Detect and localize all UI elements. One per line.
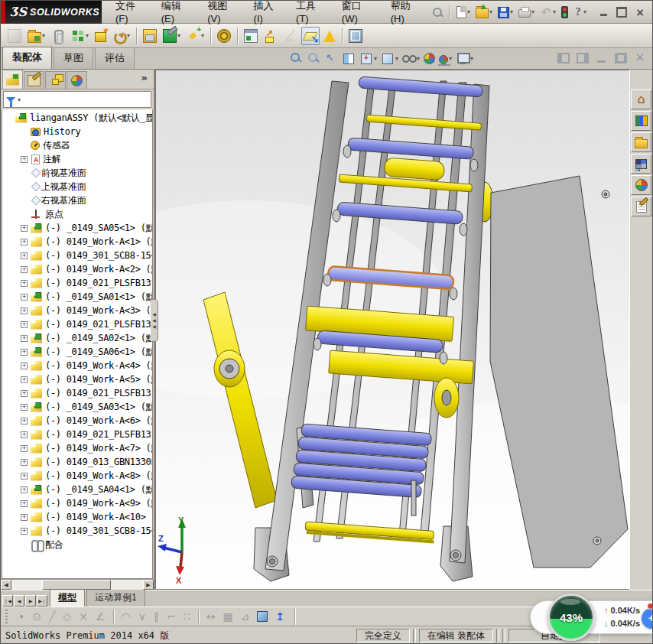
toolbar-grip[interactable] [5, 610, 8, 623]
print-button[interactable]: ▾ [517, 5, 536, 18]
view-settings-button[interactable]: ▾ [455, 50, 474, 66]
tree-item[interactable]: (-) 0149_Work-A<9> (默认< [2, 496, 152, 510]
last-tab-button[interactable]: ▶❘ [37, 595, 47, 607]
tree-item[interactable]: (-) 0149_301_SCB8-15<2> ( [2, 524, 152, 538]
design-library-button[interactable] [631, 111, 651, 131]
exploded-view-button[interactable] [262, 27, 280, 45]
tab-sketch[interactable]: 草图 [54, 47, 93, 69]
expand-plus-icon[interactable] [21, 459, 28, 466]
help-button[interactable]: ?▾ [572, 5, 588, 20]
yellow-roller[interactable] [384, 158, 445, 181]
snap-tool-icon[interactable]: ⊙ [32, 610, 41, 623]
pane-left-icon[interactable] [557, 53, 570, 63]
solidworks-resources-button[interactable]: ⌂ [631, 89, 651, 109]
snap-tool-icon[interactable]: × [79, 610, 88, 623]
snap-tool-icon[interactable]: ∷ [184, 610, 190, 623]
menu-item[interactable]: 编辑(E) [155, 0, 200, 26]
minimize-button[interactable] [596, 5, 611, 18]
tree-item[interactable]: (-) 0149_021_PLSFB13-206< [2, 317, 152, 331]
snap-tool-icon[interactable] [113, 610, 114, 623]
expand-plus-icon[interactable] [21, 514, 28, 521]
tree-item[interactable]: (-) 0149_021_PLSFB13-206< [2, 386, 152, 400]
expand-plus-icon[interactable] [21, 239, 28, 246]
menu-item[interactable]: 窗口(W) [336, 0, 383, 26]
expand-plus-icon[interactable] [21, 307, 28, 314]
first-tab-button[interactable]: ❘◀ [2, 595, 13, 607]
menu-item[interactable]: 插入(I) [248, 0, 288, 26]
show-hidden-components-button[interactable] [141, 27, 159, 45]
custom-properties-button[interactable] [631, 197, 651, 216]
tree-item[interactable]: (-) 0149_Work-A<2> (默认< [2, 262, 152, 276]
mate-button[interactable] [49, 27, 67, 45]
menu-item[interactable]: 视图(V) [201, 0, 245, 26]
expand-plus-icon[interactable] [21, 528, 28, 535]
open-button[interactable]: ▾ [474, 5, 494, 19]
sketch-arrow-icon[interactable]: ↥ [275, 610, 284, 623]
maximize-button[interactable] [614, 5, 629, 18]
tree-item[interactable]: (-) 0149_Work-A<6> (默认< [2, 414, 152, 428]
expand-plus-icon[interactable] [21, 473, 28, 480]
speed-monitor-overlay[interactable]: 43% ↑0.04K/s ↓0.04K/s + [530, 600, 652, 634]
tree-item[interactable]: (-) _0149_SA02<1> (默认<默 [2, 331, 152, 345]
scroll-left-arrow[interactable]: ◀ [1, 580, 11, 590]
menu-item[interactable]: 工具(T) [290, 0, 334, 26]
tree-item[interactable]: lianganASSY (默认<默认_显示状 [2, 111, 152, 125]
expand-plus-icon[interactable] [21, 225, 28, 232]
filter-input[interactable] [22, 93, 151, 106]
options-button[interactable] [560, 5, 570, 19]
tree-item[interactable]: (-) 0149_Work-A<8> (默认< [2, 469, 152, 483]
tree-item[interactable]: (-) _0149_SA03<1> (默认<默 [2, 400, 152, 414]
large-assembly-mode-button[interactable] [321, 27, 338, 44]
tree-item[interactable]: (-) _0149_SA04<1> (默认<默 [2, 483, 152, 496]
pane-right-icon[interactable] [577, 53, 589, 63]
panel-chevron[interactable]: » [141, 72, 148, 83]
snap-tool-icon[interactable]: ⌐ [167, 610, 176, 623]
expand-plus-icon[interactable] [21, 486, 28, 493]
memory-usage-ball[interactable]: 43% [547, 594, 595, 641]
tree-item[interactable]: (-) _0149_SA05<1> (默认<默 [2, 221, 152, 235]
bill-of-materials-button[interactable] [242, 27, 260, 45]
zoom-to-area-button[interactable] [306, 50, 321, 66]
tree-item[interactable]: (-) 0149_Work-A<1> (默认< [2, 235, 152, 249]
snap-tool-icon[interactable]: ∠ [96, 610, 106, 623]
tree-item[interactable]: History [2, 125, 152, 138]
expand-plus-icon[interactable] [21, 431, 28, 438]
expand-plus-icon[interactable] [21, 294, 28, 301]
snap-tool-icon[interactable]: ∨ [138, 610, 146, 623]
expand-plus-icon[interactable] [21, 266, 28, 273]
view-orientation-button[interactable]: ▾ [359, 50, 378, 66]
tab-evaluate[interactable]: 评估 [95, 47, 135, 69]
tree-item[interactable]: (-) 0149_Work-A<5> (默认< [2, 372, 152, 386]
expand-plus-icon[interactable] [21, 363, 28, 369]
menu-item[interactable]: 文件(F) [109, 0, 154, 26]
tab-assembly[interactable]: 装配体 [2, 47, 52, 69]
file-explorer-button[interactable] [631, 132, 651, 152]
hide-show-items-button[interactable]: ▾ [401, 50, 421, 66]
tree-item[interactable]: (-) 0149_021_PLSFB13-206< [2, 276, 152, 290]
tab-propertymanager[interactable] [24, 71, 44, 89]
tab-configurationmanager[interactable] [45, 71, 66, 89]
tree-item[interactable]: 右视基准面 [2, 194, 152, 207]
tree-item[interactable]: 前视基准面 [2, 166, 152, 180]
smart-fasteners-button[interactable] [93, 27, 109, 44]
expand-plus-icon[interactable] [21, 349, 28, 356]
tree-item[interactable]: 注解 [2, 152, 152, 166]
expand-plus-icon[interactable] [21, 252, 28, 259]
tab-featuremanager-tree[interactable] [2, 70, 23, 89]
tree-item[interactable]: (-) 0149_Work-A<7> (默认< [2, 441, 152, 455]
expand-plus-icon[interactable] [21, 321, 28, 328]
scroll-right-arrow[interactable]: ▶ [143, 580, 154, 590]
snap-tool-icon[interactable]: ⊿ [241, 610, 250, 623]
insert-component-button[interactable] [5, 27, 24, 45]
prev-tab-button[interactable]: ◀ [14, 595, 24, 607]
display-style-button[interactable]: ▾ [380, 50, 399, 66]
view-palette-button[interactable] [631, 154, 651, 174]
tree-item[interactable]: (-) 0149_013_GBN1330EV5GT- [2, 455, 152, 469]
graphics-viewport[interactable]: Y Z X [155, 70, 629, 590]
tree-item[interactable]: (-) 0149_301_SCB8-15<1> ( [2, 249, 152, 262]
tree-item[interactable]: 上视基准面 [2, 180, 152, 194]
tab-displaymanager[interactable] [67, 71, 87, 89]
explode-line-sketch-button[interactable] [281, 27, 300, 45]
next-tab-button[interactable]: ▶ [25, 595, 36, 607]
component-pattern-button[interactable]: ▾ [69, 27, 91, 45]
